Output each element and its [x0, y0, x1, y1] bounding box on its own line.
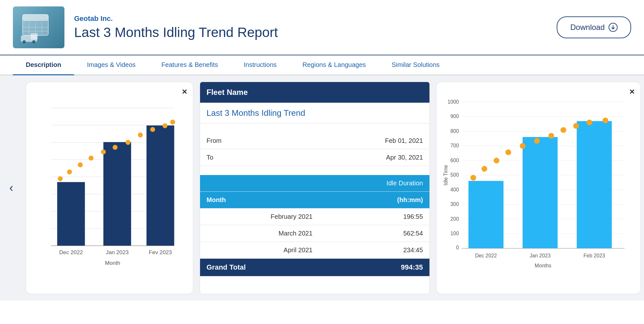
- svg-rect-63: [468, 181, 504, 248]
- close-button-left[interactable]: ×: [182, 87, 187, 97]
- grand-total-value: 994:35: [319, 259, 429, 276]
- table-to-row: To Apr 30, 2021: [200, 149, 429, 166]
- svg-point-27: [89, 156, 93, 161]
- svg-point-73: [561, 127, 566, 133]
- svg-point-72: [548, 133, 554, 139]
- main-content: ‹ ×: [0, 75, 644, 301]
- duration-apr: 234:45: [319, 242, 429, 259]
- hhmm-label: (hh:mm): [319, 192, 429, 208]
- svg-rect-65: [577, 121, 612, 248]
- tab-similar-solutions[interactable]: Similar Solutions: [379, 55, 453, 75]
- from-label: From: [200, 133, 319, 149]
- month-col-label: Month: [200, 192, 319, 208]
- svg-text:1000: 1000: [447, 99, 459, 105]
- svg-point-75: [587, 119, 592, 125]
- svg-rect-1: [23, 14, 48, 21]
- duration-feb: 196:55: [319, 208, 429, 225]
- grand-total-row: Grand Total 994:35: [200, 259, 429, 276]
- svg-text:Idle Time: Idle Time: [443, 165, 448, 185]
- svg-rect-22: [103, 142, 131, 246]
- svg-text:Months: Months: [534, 263, 551, 268]
- chart-panel-right: × 1000 900 800 700 600 500 400 300 200 1…: [436, 82, 641, 294]
- svg-text:400: 400: [450, 187, 459, 192]
- idle-duration-label: Idle Duration: [319, 175, 429, 192]
- col-label-row: Month (hh:mm): [200, 192, 429, 208]
- close-button-right[interactable]: ×: [630, 87, 635, 97]
- svg-point-76: [602, 118, 608, 124]
- bar-chart-left: Dec 2022 Jan 2023 Fev 2023 Month: [33, 88, 187, 287]
- svg-text:600: 600: [450, 158, 459, 163]
- svg-text:100: 100: [450, 231, 459, 236]
- from-value: Feb 01, 2021: [319, 133, 429, 149]
- svg-text:0: 0: [456, 245, 459, 250]
- report-title: Last 3 Months Idling Trend Report: [74, 25, 557, 40]
- grand-total-label: Grand Total: [200, 259, 319, 276]
- svg-point-66: [470, 175, 476, 181]
- svg-point-29: [113, 145, 118, 150]
- download-label: Download: [570, 23, 605, 32]
- svg-text:Month: Month: [105, 260, 120, 266]
- spacer-2: [200, 166, 429, 175]
- svg-point-32: [150, 127, 155, 132]
- svg-point-30: [126, 140, 130, 145]
- tab-images-videos[interactable]: Images & Videos: [74, 55, 149, 75]
- tab-description[interactable]: Description: [13, 55, 74, 75]
- month-mar: March 2021: [200, 225, 319, 242]
- svg-text:Dec 2022: Dec 2022: [59, 249, 83, 255]
- svg-text:300: 300: [450, 201, 459, 207]
- svg-point-34: [170, 120, 175, 125]
- table-row-apr: April 2021 234:45: [200, 242, 429, 259]
- svg-point-9: [23, 40, 26, 43]
- svg-point-28: [101, 150, 106, 154]
- download-button[interactable]: Download: [557, 16, 631, 38]
- company-name: Geotab Inc.: [74, 14, 557, 23]
- svg-point-74: [573, 123, 579, 129]
- company-logo: [13, 6, 64, 48]
- data-table: Fleet Name Last 3 Months Idling Trend Fr…: [200, 82, 429, 276]
- bar-chart-right: 1000 900 800 700 600 500 400 300 200 100…: [443, 88, 634, 287]
- table-header-fleet: Fleet Name: [200, 82, 429, 103]
- fleet-name-label: Fleet Name: [200, 82, 429, 103]
- svg-text:800: 800: [450, 128, 459, 134]
- svg-text:Jan 2023: Jan 2023: [106, 249, 129, 255]
- svg-point-71: [534, 138, 540, 144]
- tab-regions-languages[interactable]: Regions & Languages: [290, 55, 379, 75]
- header-text: Geotab Inc. Last 3 Months Idling Trend R…: [74, 14, 557, 40]
- svg-text:Jan 2023: Jan 2023: [530, 253, 551, 258]
- svg-rect-21: [57, 182, 85, 246]
- month-apr: April 2021: [200, 242, 319, 259]
- svg-text:Dec 2022: Dec 2022: [475, 253, 497, 258]
- spacer-1: [200, 124, 429, 133]
- data-table-panel: Fleet Name Last 3 Months Idling Trend Fr…: [200, 82, 430, 294]
- svg-point-31: [138, 133, 143, 137]
- header: Geotab Inc. Last 3 Months Idling Trend R…: [0, 0, 644, 55]
- svg-text:200: 200: [450, 216, 459, 222]
- svg-point-25: [67, 170, 72, 174]
- svg-rect-64: [523, 137, 558, 248]
- tab-instructions[interactable]: Instructions: [231, 55, 290, 75]
- svg-rect-23: [147, 125, 174, 246]
- svg-point-10: [32, 40, 35, 43]
- svg-text:500: 500: [450, 172, 459, 178]
- svg-text:Fev 2023: Fev 2023: [149, 249, 172, 255]
- svg-point-67: [481, 166, 487, 172]
- svg-text:700: 700: [450, 143, 459, 148]
- svg-point-69: [505, 149, 511, 155]
- svg-point-70: [520, 143, 525, 149]
- col-header-row: Idle Duration: [200, 175, 429, 192]
- duration-mar: 562:54: [319, 225, 429, 242]
- table-row-feb: February 2021 196:55: [200, 208, 429, 225]
- to-label: To: [200, 149, 319, 166]
- tab-features-benefits[interactable]: Features & Benefits: [149, 55, 231, 75]
- prev-arrow[interactable]: ‹: [3, 82, 19, 294]
- nav-tabs: Description Images & Videos Features & B…: [0, 55, 644, 75]
- svg-point-68: [494, 158, 499, 163]
- svg-point-26: [78, 162, 83, 167]
- table-row-mar: March 2021 562:54: [200, 225, 429, 242]
- chart-panel-left: ×: [26, 82, 193, 294]
- to-value: Apr 30, 2021: [319, 149, 429, 166]
- month-feb: February 2021: [200, 208, 319, 225]
- report-name-cell: Last 3 Months Idling Trend: [200, 103, 429, 124]
- table-from-row: From Feb 01, 2021: [200, 133, 429, 149]
- svg-point-33: [162, 123, 167, 128]
